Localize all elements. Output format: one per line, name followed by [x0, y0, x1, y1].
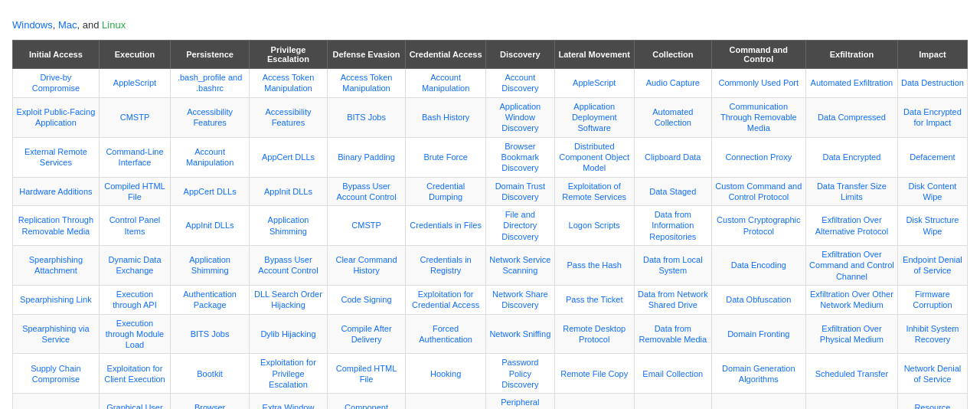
- technique-link[interactable]: Domain Trust Discovery: [495, 182, 545, 201]
- technique-link[interactable]: Exfiltration Over Other Network Medium: [810, 290, 893, 309]
- technique-link[interactable]: Pass the Hash: [567, 260, 622, 270]
- technique-link[interactable]: Data from Local System: [643, 255, 703, 275]
- technique-link[interactable]: Binary Padding: [338, 152, 395, 162]
- technique-link[interactable]: Data from Removable Media: [639, 324, 707, 344]
- technique-link[interactable]: Spearphishing via Service: [22, 324, 89, 344]
- technique-link[interactable]: Account Manipulation: [422, 73, 469, 93]
- technique-link[interactable]: Endpoint Denial of Service: [903, 255, 962, 275]
- technique-link[interactable]: Bypass User Account Control: [258, 255, 318, 275]
- technique-link[interactable]: Execution through Module Load: [106, 319, 164, 350]
- technique-link[interactable]: Communication Through Removable Media: [720, 102, 797, 133]
- technique-link[interactable]: Disk Structure Wipe: [906, 215, 959, 235]
- technique-link[interactable]: Spearphishing Attachment: [29, 255, 83, 275]
- technique-link[interactable]: Forced Authentication: [419, 324, 472, 344]
- technique-link[interactable]: Remote Desktop Protocol: [563, 324, 626, 344]
- technique-link[interactable]: Exploitation for Credential Access: [412, 290, 479, 309]
- technique-link[interactable]: Accessibility Features: [187, 107, 233, 127]
- technique-link[interactable]: Custom Cryptographic Protocol: [717, 215, 800, 235]
- technique-link[interactable]: Peripheral Device Discovery: [501, 398, 539, 409]
- technique-link[interactable]: Account Discovery: [501, 73, 538, 93]
- technique-link[interactable]: Bash History: [422, 113, 469, 122]
- technique-link[interactable]: Connection Proxy: [725, 152, 792, 162]
- technique-link[interactable]: Data Encoding: [731, 260, 786, 270]
- technique-link[interactable]: Application Deployment Software: [572, 102, 617, 133]
- technique-link[interactable]: Domain Fronting: [727, 329, 789, 339]
- technique-link[interactable]: Clear Command History: [335, 255, 397, 275]
- technique-link[interactable]: Credential Dumping: [426, 182, 465, 201]
- technique-link[interactable]: Data Encrypted for Impact: [903, 107, 962, 127]
- mac-link[interactable]: Mac: [58, 19, 77, 31]
- technique-link[interactable]: Bootkit: [197, 369, 223, 378]
- technique-link[interactable]: Dylib Hijacking: [260, 329, 315, 339]
- technique-link[interactable]: Password Policy Discovery: [501, 358, 538, 389]
- technique-link[interactable]: Code Signing: [341, 295, 392, 304]
- technique-link[interactable]: AppleScript: [113, 78, 156, 87]
- technique-link[interactable]: Brute Force: [423, 152, 467, 162]
- technique-link[interactable]: Inhibit System Recovery: [906, 324, 959, 344]
- technique-link[interactable]: Authentication Package: [183, 290, 237, 309]
- technique-link[interactable]: Resource Hijacking: [914, 403, 950, 409]
- technique-link[interactable]: Bypass User Account Control: [336, 182, 396, 201]
- technique-link[interactable]: Clipboard Data: [645, 152, 701, 162]
- technique-link[interactable]: Exfiltration Over Command and Control Ch…: [809, 250, 894, 281]
- technique-link[interactable]: Hardware Additions: [19, 187, 92, 196]
- technique-link[interactable]: Accessibility Features: [266, 107, 312, 127]
- technique-link[interactable]: Exfiltration Over Physical Medium: [820, 324, 884, 344]
- technique-link[interactable]: Component Firmware: [345, 403, 388, 409]
- technique-link[interactable]: Network Service Scanning: [489, 255, 550, 275]
- technique-link[interactable]: AppInit DLLs: [186, 221, 234, 230]
- technique-link[interactable]: Access Token Manipulation: [263, 73, 315, 93]
- technique-link[interactable]: Application Shimming: [268, 215, 309, 235]
- technique-link[interactable]: Access Token Manipulation: [341, 73, 393, 93]
- technique-link[interactable]: .bash_profile and .bashrc: [178, 73, 242, 93]
- technique-link[interactable]: Network Share Discovery: [492, 290, 548, 309]
- technique-link[interactable]: Compiled HTML File: [336, 364, 397, 384]
- technique-link[interactable]: Distributed Component Object Model: [559, 142, 629, 173]
- technique-link[interactable]: Data Transfer Size Limits: [817, 182, 887, 201]
- technique-link[interactable]: Disk Content Wipe: [908, 182, 956, 201]
- technique-link[interactable]: AppCert DLLs: [262, 152, 315, 162]
- technique-link[interactable]: Remote File Copy: [560, 369, 628, 378]
- technique-link[interactable]: Exploit Public-Facing Application: [17, 107, 96, 127]
- technique-link[interactable]: Supply Chain Compromise: [31, 364, 80, 384]
- technique-link[interactable]: Domain Generation Algorithms: [722, 364, 795, 384]
- technique-link[interactable]: Hooking: [430, 369, 461, 378]
- technique-link[interactable]: Drive-by Compromise: [32, 73, 80, 93]
- technique-link[interactable]: Account Manipulation: [186, 147, 234, 167]
- technique-link[interactable]: AppCert DLLs: [184, 187, 237, 196]
- technique-link[interactable]: Firmware Corruption: [913, 290, 952, 309]
- technique-link[interactable]: Data Compressed: [818, 113, 886, 122]
- technique-link[interactable]: Compile After Delivery: [341, 324, 392, 344]
- technique-link[interactable]: Application Shimming: [189, 255, 230, 275]
- technique-link[interactable]: Data from Network Shared Drive: [638, 290, 708, 309]
- technique-link[interactable]: Data Obfuscation: [726, 295, 791, 304]
- technique-link[interactable]: AppInit DLLs: [264, 187, 312, 196]
- technique-link[interactable]: Data Destruction: [901, 78, 964, 87]
- technique-link[interactable]: Custom Command and Control Protocol: [715, 182, 802, 201]
- technique-link[interactable]: File and Directory Discovery: [501, 210, 538, 241]
- technique-link[interactable]: Exploitation of Remote Services: [562, 182, 626, 201]
- technique-link[interactable]: CMSTP: [120, 113, 150, 122]
- technique-link[interactable]: CMSTP: [351, 221, 381, 230]
- technique-link[interactable]: Audio Capture: [646, 78, 700, 87]
- technique-link[interactable]: Logon Scripts: [569, 221, 620, 230]
- technique-link[interactable]: Defacement: [910, 152, 955, 162]
- windows-link[interactable]: Windows: [12, 19, 53, 31]
- technique-link[interactable]: Application Window Discovery: [499, 102, 541, 133]
- technique-link[interactable]: Automated Exfiltration: [811, 78, 893, 87]
- technique-link[interactable]: Data Staged: [649, 187, 696, 196]
- technique-link[interactable]: Scheduled Transfer: [815, 369, 888, 378]
- technique-link[interactable]: Execution through API: [113, 290, 157, 309]
- technique-link[interactable]: Credentials in Registry: [420, 255, 471, 275]
- technique-link[interactable]: Exploitation for Client Execution: [104, 364, 165, 384]
- technique-link[interactable]: Pass the Ticket: [566, 295, 623, 304]
- technique-link[interactable]: Control Panel Items: [109, 215, 161, 235]
- technique-link[interactable]: Data Encrypted: [823, 152, 881, 162]
- technique-link[interactable]: Spearphishing Link: [20, 295, 92, 304]
- technique-link[interactable]: Browser Bookmark Discovery: [501, 142, 540, 173]
- technique-link[interactable]: Browser Extensions: [189, 403, 230, 409]
- linux-link[interactable]: Linux: [102, 19, 126, 31]
- technique-link[interactable]: External Remote Services: [24, 147, 87, 167]
- technique-link[interactable]: AppleScript: [573, 78, 616, 87]
- technique-link[interactable]: BITS Jobs: [347, 113, 386, 122]
